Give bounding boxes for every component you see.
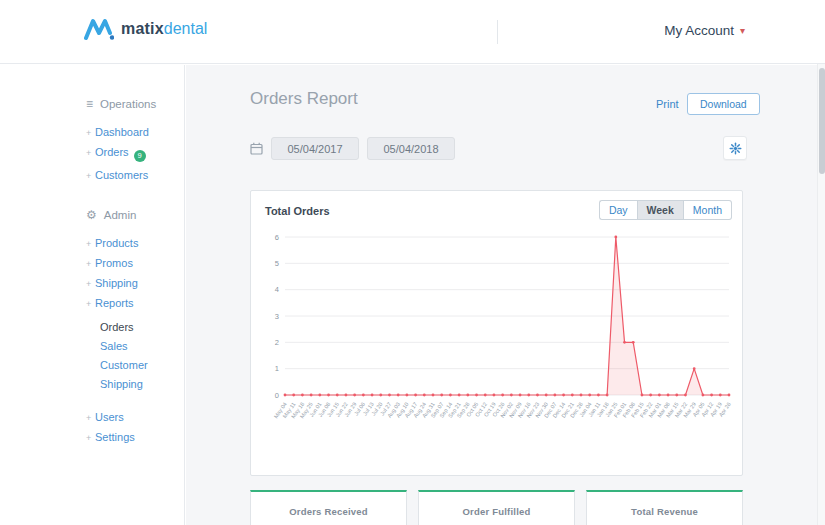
header: matixdental My Account▾ bbox=[0, 0, 825, 64]
scrollbar-thumb[interactable] bbox=[819, 68, 825, 174]
gear-icon bbox=[729, 142, 742, 155]
my-account-menu[interactable]: My Account▾ bbox=[664, 23, 745, 38]
sidebar-item-customers[interactable]: +Customers bbox=[86, 170, 184, 182]
logo-icon bbox=[84, 18, 114, 40]
summary-cards-row: Orders Received 10 Order Fulfilled 10 To… bbox=[250, 490, 743, 525]
toggle-month-button[interactable]: Month bbox=[684, 200, 732, 220]
print-link[interactable]: Print bbox=[656, 98, 679, 110]
sidebar-section-operations: ≡Operations +Dashboard +Orders9 +Custome… bbox=[86, 97, 184, 182]
plus-icon: + bbox=[86, 279, 95, 290]
plus-icon: + bbox=[86, 148, 95, 159]
plus-icon: + bbox=[86, 171, 95, 182]
toggle-week-button[interactable]: Week bbox=[637, 200, 684, 220]
page-title: Orders Report bbox=[250, 89, 358, 109]
total-revenue-card: Total Revenue $1,090.74 bbox=[586, 490, 743, 525]
plus-icon: + bbox=[86, 299, 95, 310]
plus-icon: + bbox=[86, 239, 95, 250]
svg-text:2: 2 bbox=[275, 338, 279, 347]
orders-line-chart: 0123456May 04May 11May 18May 25Jun 01Jun… bbox=[259, 225, 735, 469]
menu-icon: ≡ bbox=[86, 97, 93, 111]
my-account-label: My Account bbox=[664, 23, 734, 38]
plus-icon: + bbox=[86, 128, 95, 139]
orders-received-card: Orders Received 10 bbox=[250, 490, 407, 525]
date-range-row bbox=[250, 137, 463, 160]
svg-text:3: 3 bbox=[275, 312, 279, 321]
calendar-icon bbox=[250, 142, 263, 155]
admin-header[interactable]: ⚙Admin bbox=[86, 208, 184, 222]
reports-subnav: Orders Sales Customer Shipping bbox=[100, 322, 184, 390]
logo[interactable]: matixdental bbox=[84, 18, 207, 40]
logo-text-primary: matix bbox=[121, 20, 164, 38]
chart-title: Total Orders bbox=[265, 205, 330, 217]
plus-icon: + bbox=[86, 433, 95, 444]
subnav-item-sales[interactable]: Sales bbox=[100, 341, 184, 352]
subnav-item-orders[interactable]: Orders bbox=[100, 322, 184, 333]
date-from-input[interactable] bbox=[271, 137, 359, 160]
order-fulfilled-card: Order Fulfilled 10 bbox=[418, 490, 575, 525]
subnav-item-shipping[interactable]: Shipping bbox=[100, 379, 184, 390]
plus-icon: + bbox=[86, 259, 95, 270]
sidebar-item-reports[interactable]: +Reports bbox=[86, 298, 184, 310]
subnav-item-customer[interactable]: Customer bbox=[100, 360, 184, 371]
interval-toggle: Day Week Month bbox=[599, 200, 732, 220]
admin-label: Admin bbox=[104, 209, 137, 221]
plus-icon: + bbox=[86, 413, 95, 424]
sidebar-item-orders[interactable]: +Orders9 bbox=[86, 147, 184, 162]
svg-text:1: 1 bbox=[275, 364, 279, 373]
logo-text-secondary: dental bbox=[164, 20, 208, 38]
chart-settings-button[interactable] bbox=[723, 136, 747, 160]
svg-text:4: 4 bbox=[275, 285, 279, 294]
sidebar-item-settings[interactable]: +Settings bbox=[86, 432, 184, 444]
gear-icon: ⚙ bbox=[86, 208, 97, 222]
download-button[interactable]: Download bbox=[687, 93, 760, 115]
total-orders-card: Total Orders Day Week Month 0123456May 0… bbox=[250, 190, 743, 476]
operations-header[interactable]: ≡Operations bbox=[86, 97, 184, 111]
scrollbar-track[interactable] bbox=[817, 64, 825, 525]
main-content: Orders Report Print Download Total bbox=[186, 65, 825, 525]
sidebar-item-products[interactable]: +Products bbox=[86, 238, 184, 250]
svg-text:5: 5 bbox=[275, 259, 279, 268]
sidebar-item-shipping[interactable]: +Shipping bbox=[86, 278, 184, 290]
svg-text:0: 0 bbox=[275, 391, 279, 400]
sidebar-section-admin: ⚙Admin +Products +Promos +Shipping +Repo… bbox=[86, 208, 184, 444]
sidebar-item-promos[interactable]: +Promos bbox=[86, 258, 184, 270]
card-label: Orders Received bbox=[251, 506, 406, 517]
card-label: Total Revenue bbox=[587, 506, 742, 517]
svg-text:6: 6 bbox=[275, 233, 279, 242]
header-divider bbox=[497, 20, 498, 44]
card-label: Order Fulfilled bbox=[419, 506, 574, 517]
sidebar-item-users[interactable]: +Users bbox=[86, 412, 184, 424]
date-to-input[interactable] bbox=[367, 137, 455, 160]
operations-label: Operations bbox=[100, 98, 156, 110]
chevron-down-icon: ▾ bbox=[740, 25, 745, 36]
orders-count-badge: 9 bbox=[134, 150, 146, 162]
sidebar: ≡Operations +Dashboard +Orders9 +Custome… bbox=[0, 65, 185, 525]
sidebar-item-dashboard[interactable]: +Dashboard bbox=[86, 127, 184, 139]
toggle-day-button[interactable]: Day bbox=[599, 200, 637, 220]
